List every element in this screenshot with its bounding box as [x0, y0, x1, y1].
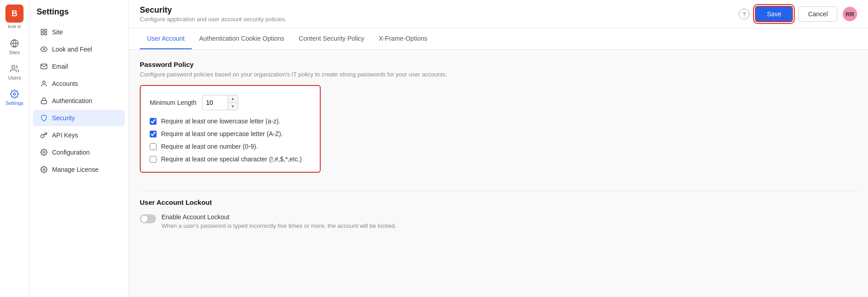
- svg-rect-5: [44, 29, 47, 32]
- sidebar-item-sites[interactable]: Sites: [0, 34, 29, 60]
- toggle-label-group: Enable Account Lockout When a user's pas…: [161, 213, 396, 229]
- spinner-buttons: ▲ ▼: [228, 95, 238, 110]
- sidebar-item-email[interactable]: Email: [33, 58, 125, 75]
- svg-point-11: [43, 151, 45, 153]
- app-logo-sub: Bold ID: [8, 24, 21, 29]
- app-logo[interactable]: B: [5, 5, 24, 23]
- tab-x-frame[interactable]: X-Frame-Options: [371, 28, 434, 49]
- sidebar-item-configuration[interactable]: Configuration: [33, 144, 125, 160]
- globe-icon: [10, 39, 19, 48]
- page-header-left: Security Configure application and user …: [140, 5, 286, 23]
- password-policy-section: Password Policy Configure password polic…: [140, 61, 857, 187]
- sidebar-item-authentication[interactable]: Authentication: [33, 93, 125, 109]
- sidebar-item-accounts[interactable]: Accounts: [33, 75, 125, 92]
- save-button[interactable]: Save: [755, 6, 793, 22]
- tab-content-security[interactable]: Content Security Policy: [292, 28, 372, 49]
- checkbox-number-label[interactable]: Require at least one number (0-9).: [161, 143, 258, 150]
- toggle-slider: [140, 214, 156, 223]
- password-policy-box: Minimum Length ▲ ▼ Require at least one …: [140, 85, 321, 173]
- svg-point-9: [43, 81, 45, 83]
- checkbox-lowercase-input[interactable]: [150, 118, 157, 125]
- checkbox-uppercase-label[interactable]: Require at least one uppercase letter (A…: [161, 130, 283, 137]
- tabs-bar: User Account Authentication Cookie Optio…: [129, 28, 868, 50]
- main-panel: Security Configure application and user …: [129, 0, 868, 297]
- lockout-title: User Account Lockout: [140, 198, 857, 206]
- sidebar-item-look-and-feel[interactable]: Look and Feel: [33, 41, 125, 57]
- tab-user-account[interactable]: User Account: [140, 28, 192, 49]
- account-lockout-section: User Account Lockout Enable Account Lock…: [140, 191, 857, 229]
- checkbox-special-label[interactable]: Require at least one special character (…: [161, 156, 302, 163]
- checkbox-special-input[interactable]: [150, 156, 157, 163]
- min-length-input[interactable]: [203, 96, 228, 109]
- gear-icon: [40, 149, 47, 156]
- account-lockout-toggle[interactable]: [140, 214, 156, 223]
- svg-point-8: [43, 48, 45, 50]
- sidebar-item-settings[interactable]: Settings: [0, 85, 29, 110]
- svg-point-12: [43, 169, 45, 170]
- cancel-button[interactable]: Cancel: [798, 6, 837, 22]
- sidebar-item-api-keys[interactable]: API Keys: [33, 127, 125, 143]
- svg-rect-6: [44, 33, 47, 35]
- help-icon[interactable]: ?: [739, 9, 749, 19]
- checkbox-uppercase-input[interactable]: [150, 131, 157, 137]
- password-policy-desc: Configure password policies based on you…: [140, 71, 857, 78]
- avatar: RR: [843, 7, 857, 21]
- icon-bar: B Bold ID Sites Users Settings: [0, 0, 29, 297]
- eye-icon: [40, 46, 47, 53]
- lock-icon: [40, 97, 47, 104]
- user-circle-icon: [40, 80, 47, 87]
- tab-auth-cookie[interactable]: Authentication Cookie Options: [192, 28, 291, 49]
- page-title: Security: [140, 5, 286, 15]
- checkbox-special: Require at least one special character (…: [150, 156, 311, 163]
- checkbox-lowercase-label[interactable]: Require at least one lowercase letter (a…: [161, 118, 280, 125]
- sidebar-item-security[interactable]: Security: [33, 110, 125, 126]
- sidebar-item-users[interactable]: Users: [0, 60, 29, 85]
- page-description: Configure application and user account s…: [140, 16, 286, 23]
- min-length-label: Minimum Length: [150, 99, 197, 106]
- spinner-down-button[interactable]: ▼: [228, 103, 238, 110]
- svg-rect-7: [41, 33, 43, 35]
- svg-point-2: [12, 66, 15, 69]
- key-icon: [40, 132, 47, 139]
- users-icon: [10, 64, 19, 73]
- toggle-label-title: Enable Account Lockout: [161, 213, 396, 221]
- toggle-row: Enable Account Lockout When a user's pas…: [140, 213, 857, 229]
- gear2-icon: [40, 166, 47, 173]
- spinner-up-button[interactable]: ▲: [228, 95, 238, 103]
- password-policy-title: Password Policy: [140, 61, 857, 68]
- svg-point-3: [14, 93, 16, 95]
- grid-icon: [40, 28, 47, 36]
- settings-icon: [10, 90, 19, 99]
- shield-icon: [40, 114, 47, 122]
- top-header: Security Configure application and user …: [129, 0, 868, 28]
- sidebar: Settings Site Look and Feel Email Accoun…: [29, 0, 129, 297]
- checkbox-uppercase: Require at least one uppercase letter (A…: [150, 130, 311, 137]
- sidebar-item-site[interactable]: Site: [33, 24, 125, 40]
- toggle-label-desc: When a user's password is typed incorrec…: [161, 222, 396, 229]
- checkbox-lowercase: Require at least one lowercase letter (a…: [150, 118, 311, 125]
- min-length-row: Minimum Length ▲ ▼: [150, 95, 311, 110]
- sidebar-title: Settings: [29, 7, 128, 24]
- checkbox-number-input[interactable]: [150, 143, 157, 150]
- svg-rect-4: [41, 29, 43, 32]
- content-area: Password Policy Configure password polic…: [129, 50, 868, 297]
- svg-rect-10: [41, 100, 47, 104]
- checkbox-number: Require at least one number (0-9).: [150, 143, 311, 150]
- sidebar-item-manage-license[interactable]: Manage License: [33, 161, 125, 178]
- page-header-right: ? Save Cancel RR: [739, 6, 857, 22]
- mail-icon: [40, 63, 47, 70]
- min-length-input-wrapper: ▲ ▼: [202, 95, 238, 110]
